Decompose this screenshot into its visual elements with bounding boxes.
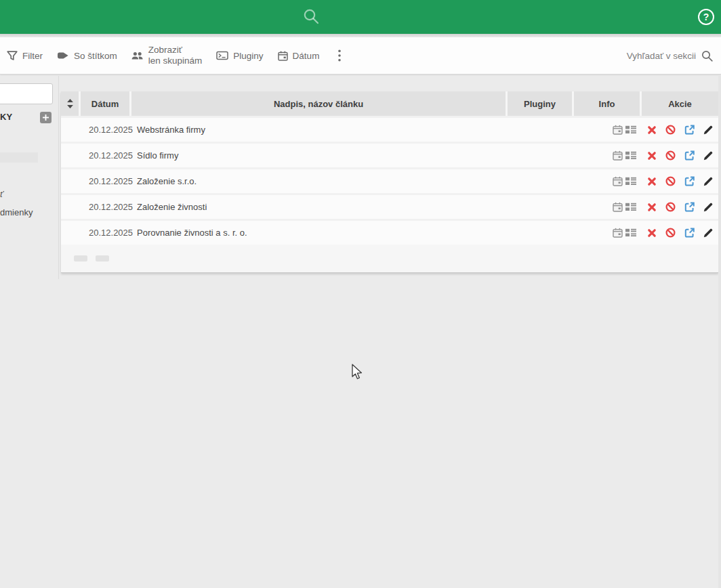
row-actions-cell — [642, 125, 718, 135]
delete-icon[interactable] — [647, 151, 657, 161]
svg-text:?: ? — [703, 12, 709, 22]
edit-icon[interactable] — [703, 228, 713, 238]
column-header-date[interactable]: Dátum — [81, 91, 131, 116]
edit-icon[interactable] — [703, 177, 713, 186]
section-search[interactable]: Vyhľadať v sekcii — [627, 37, 713, 75]
scrollbar-track[interactable] — [718, 76, 721, 588]
row-date: 20.12.2025 — [81, 176, 131, 186]
filter-label: Filter — [22, 51, 43, 61]
row-date: 20.12.2025 — [81, 228, 131, 238]
column-header-plugins[interactable]: Pluginy — [508, 91, 574, 116]
sidebar-search-input[interactable] — [0, 83, 53, 104]
mouse-cursor — [351, 364, 366, 384]
open-external-icon[interactable] — [684, 150, 695, 161]
row-actions-cell — [642, 150, 718, 161]
row-info-cell — [574, 150, 642, 161]
plus-icon — [43, 114, 49, 121]
sidebar-add-button[interactable] — [40, 112, 52, 123]
edit-icon[interactable] — [703, 125, 713, 135]
tag-icon — [57, 51, 69, 60]
calendar-icon[interactable] — [613, 150, 623, 161]
sidebar-divider — [58, 76, 59, 279]
row-info-cell — [574, 202, 642, 212]
block-icon[interactable] — [665, 202, 676, 212]
show-groups-line2: len skupinám — [148, 56, 203, 66]
table-footer — [61, 245, 718, 272]
edit-icon[interactable] — [703, 151, 713, 161]
row-date: 20.12.2025 — [81, 150, 131, 161]
cursor-arrow-icon — [351, 364, 366, 381]
section-search-label: Vyhľadať v sekcii — [627, 51, 696, 61]
open-external-icon[interactable] — [684, 228, 695, 238]
sidebar-item-fragment-2[interactable]: dmienky — [0, 207, 33, 217]
row-info-cell — [574, 125, 642, 135]
show-groups-button[interactable]: Zobraziťlen skupinám — [131, 45, 203, 66]
row-title[interactable]: Založenie s.r.o. — [131, 176, 508, 186]
plugins-button[interactable]: Pluginy — [216, 51, 263, 61]
date-button[interactable]: Dátum — [278, 51, 320, 61]
row-title[interactable]: Porovnanie živnosti a s. r. o. — [131, 228, 508, 238]
list-icon[interactable] — [625, 203, 636, 211]
list-icon[interactable] — [625, 177, 636, 186]
sidebar-item-fragment-1[interactable]: ť — [0, 189, 3, 199]
edit-icon[interactable] — [703, 203, 713, 212]
row-title[interactable]: Webstránka firmy — [131, 125, 508, 135]
table-row[interactable]: 20.12.2025 Sídlo firmy — [61, 142, 718, 167]
calendar-icon[interactable] — [613, 176, 623, 186]
sidebar-item-highlight — [0, 152, 38, 163]
delete-icon[interactable] — [647, 228, 657, 238]
app-header: ? — [0, 0, 721, 34]
date-label: Dátum — [293, 51, 320, 61]
table-row[interactable]: 20.12.2025 Porovnanie živnosti a s. r. o… — [61, 219, 718, 245]
show-groups-line1: Zobraziť — [148, 45, 182, 55]
sort-column-header[interactable] — [61, 91, 81, 116]
pagination-next-faded[interactable] — [96, 255, 109, 261]
block-icon[interactable] — [665, 176, 676, 186]
page: ? Filter So štítkom Zobraziťlen skup — [0, 0, 721, 588]
open-external-icon[interactable] — [684, 176, 695, 186]
filter-button[interactable]: Filter — [7, 51, 43, 61]
search-icon — [301, 7, 321, 27]
delete-icon[interactable] — [647, 125, 657, 135]
list-icon[interactable] — [625, 228, 636, 237]
delete-icon[interactable] — [647, 203, 657, 212]
sort-icon — [66, 99, 74, 108]
table-header-row: Dátum Nadpis, názov článku Pluginy Info … — [61, 91, 718, 116]
table-row[interactable]: 20.12.2025 Webstránka firmy — [61, 116, 718, 142]
sidebar-heading-fragment: KY — [0, 112, 12, 122]
table-row[interactable]: 20.12.2025 Založenie živnosti — [61, 193, 718, 219]
help-button[interactable]: ? — [696, 7, 716, 27]
block-icon[interactable] — [665, 125, 676, 135]
section-toolbar: Filter So štítkom Zobraziťlen skupinám — [0, 37, 721, 75]
column-header-actions[interactable]: Akcie — [642, 91, 718, 116]
calendar-icon[interactable] — [613, 125, 623, 135]
row-date: 20.12.2025 — [81, 125, 131, 135]
calendar-icon[interactable] — [613, 202, 623, 212]
calendar-icon[interactable] — [613, 228, 623, 238]
row-title[interactable]: Založenie živnosti — [131, 202, 508, 212]
block-icon[interactable] — [665, 150, 676, 161]
terminal-icon — [216, 51, 228, 60]
with-tag-label: So štítkom — [74, 51, 117, 61]
block-icon[interactable] — [665, 228, 676, 238]
global-search-icon[interactable] — [300, 6, 322, 28]
filter-icon — [7, 51, 18, 61]
column-header-title[interactable]: Nadpis, názov článku — [131, 91, 508, 116]
row-actions-cell — [642, 176, 718, 186]
pagination-prev-faded[interactable] — [74, 255, 87, 261]
people-icon — [131, 51, 144, 60]
list-icon[interactable] — [625, 151, 636, 160]
list-icon[interactable] — [625, 125, 636, 134]
open-external-icon[interactable] — [684, 202, 695, 212]
show-groups-label: Zobraziťlen skupinám — [148, 45, 203, 66]
column-header-info[interactable]: Info — [574, 91, 642, 116]
open-external-icon[interactable] — [684, 125, 695, 135]
table-row[interactable]: 20.12.2025 Založenie s.r.o. — [61, 167, 718, 193]
row-actions-cell — [642, 202, 718, 212]
help-icon: ? — [697, 7, 716, 26]
with-tag-button[interactable]: So štítkom — [57, 51, 117, 61]
search-icon — [701, 50, 713, 62]
delete-icon[interactable] — [647, 177, 657, 186]
more-options-button[interactable] — [333, 49, 346, 62]
row-title[interactable]: Sídlo firmy — [131, 150, 508, 161]
